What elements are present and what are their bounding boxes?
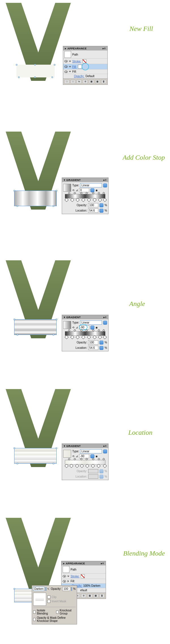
blend-mode-dropdown[interactable]: Darken xyxy=(33,587,44,591)
btn-4[interactable]: ⊘ xyxy=(81,594,86,598)
none-swatch[interactable] xyxy=(82,59,86,63)
step-label: Add Color Stop xyxy=(123,154,165,161)
appearance-panel[interactable]: ▸ APPEARANCE ▸≡ Path Stroke: Fill: xyxy=(63,46,108,85)
btn-5[interactable]: ▦ xyxy=(87,594,92,598)
fill-label-2: Fill: xyxy=(72,70,77,73)
define-checkbox[interactable] xyxy=(33,618,36,621)
location-input[interactable] xyxy=(88,208,98,213)
gradient-panel[interactable]: ▾ GRADIENT ▸≡ Type: Linear ⟲ ⊿ xyxy=(62,178,109,214)
invert-label: Invert Mask xyxy=(52,600,66,603)
blend-opacity-arrow[interactable] xyxy=(71,587,72,591)
knockout-checkbox[interactable] xyxy=(56,611,59,614)
gradient-panel[interactable]: ▾ GRADIENT ▸≡ Type: Linear ⟲ ⊿ xyxy=(62,315,109,351)
invert-checkbox[interactable] xyxy=(47,600,50,603)
collapse-icon[interactable]: ▾ xyxy=(64,316,65,319)
column-base xyxy=(14,448,57,464)
step-label: New Fill xyxy=(129,25,153,33)
btn-fx[interactable]: fx xyxy=(76,80,82,84)
column-base xyxy=(14,319,57,335)
type-arrow[interactable] xyxy=(103,183,107,187)
btn-1[interactable]: □ xyxy=(64,80,69,84)
angle-arrow[interactable] xyxy=(90,326,94,330)
type-arrow[interactable] xyxy=(103,321,107,325)
transparency-popup[interactable]: Darken ↖ Opacity: % Clip Invert Mask Iso… xyxy=(32,585,77,624)
type-arrow[interactable] xyxy=(103,449,107,453)
percent: % xyxy=(105,341,107,344)
btn-6[interactable]: ▦ xyxy=(94,594,99,598)
panel-header[interactable]: ▾ GRADIENT ▸≡ xyxy=(62,315,108,319)
gradient-preview[interactable] xyxy=(63,321,71,329)
gradient-slider[interactable] xyxy=(65,331,105,336)
clip-label: Clip xyxy=(52,596,56,599)
btn-5[interactable]: ▦ xyxy=(89,80,94,84)
appearance-stroke-row[interactable]: Stroke: xyxy=(61,574,106,579)
gradient-preview[interactable] xyxy=(63,450,71,458)
collapse-icon[interactable]: ▾ xyxy=(64,444,65,447)
location-arrow[interactable] xyxy=(99,346,103,350)
type-dropdown[interactable]: Linear xyxy=(80,449,102,453)
appearance-fill-row[interactable]: Fill: xyxy=(61,579,106,584)
opacity-value: 100% Darken xyxy=(83,584,101,587)
angle-input[interactable] xyxy=(79,188,89,192)
collapse-icon[interactable]: ▸ xyxy=(63,562,65,565)
appearance-fill-row-selected[interactable]: Fill: xyxy=(63,64,107,69)
btn-6[interactable]: ▦ xyxy=(95,80,100,84)
btn-2[interactable]: □ xyxy=(71,80,76,84)
menu-icon[interactable]: ▸≡ xyxy=(103,47,106,50)
step-1: New Fill ▸ APPEARANCE ▸≡ Path Stroke: xyxy=(0,0,170,129)
percent: % xyxy=(105,209,107,212)
location-arrow[interactable] xyxy=(99,209,103,213)
isolate-checkbox[interactable] xyxy=(33,611,36,614)
blend-opacity-input[interactable] xyxy=(62,587,70,591)
menu-icon[interactable]: ▸≡ xyxy=(103,444,107,447)
type-dropdown[interactable]: Linear xyxy=(80,183,102,187)
gradient-slider[interactable] xyxy=(65,194,105,199)
gradient-panel[interactable]: ▾ GRADIENT ▸≡ Type: Linear ⟲ ⊿ xyxy=(62,444,109,480)
angle-input[interactable] xyxy=(79,454,89,458)
panel-header[interactable]: ▸ APPEARANCE ▸≡ xyxy=(61,561,106,565)
thumbnail[interactable] xyxy=(33,593,46,606)
column-base xyxy=(14,191,57,206)
angle-arrow[interactable] xyxy=(90,188,94,192)
clip-checkbox[interactable] xyxy=(47,596,50,599)
percent: % xyxy=(105,475,107,478)
appearance-path-row[interactable]: Path xyxy=(63,50,107,59)
type-label: Type: xyxy=(72,184,79,187)
location-label: Location: xyxy=(76,475,87,478)
menu-icon[interactable]: ▸≡ xyxy=(103,316,107,319)
step-label: Angle xyxy=(129,300,145,308)
define-label: Opacity & Mask Define Knockout Shape xyxy=(37,616,76,622)
opacity-arrow[interactable] xyxy=(99,341,103,345)
collapse-icon[interactable]: ▸ xyxy=(65,47,66,50)
appearance-path-row[interactable]: Path xyxy=(61,565,106,574)
collapse-icon[interactable]: ▾ xyxy=(64,178,65,181)
none-swatch[interactable] xyxy=(81,574,85,578)
btn-trash[interactable]: 🗑 xyxy=(101,80,106,84)
panel-header[interactable]: ▾ GRADIENT ▸≡ xyxy=(62,444,108,448)
stroke-label[interactable]: Stroke: xyxy=(72,60,81,63)
step-2: Add Color Stop ▾ GRADIENT ▸≡ Type: Linea… xyxy=(0,129,170,257)
btn-trash[interactable]: 🗑 xyxy=(99,594,105,598)
opacity-input[interactable] xyxy=(88,203,98,207)
blend-arrow[interactable] xyxy=(46,587,46,591)
panel-header[interactable]: ▾ GRADIENT ▸≡ xyxy=(62,178,108,182)
btn-4[interactable]: ⊘ xyxy=(83,80,88,84)
row-label: Path xyxy=(72,53,78,56)
angle-arrow[interactable] xyxy=(90,454,94,458)
stroke-label[interactable]: Stroke: xyxy=(71,575,80,578)
location-label: Location: xyxy=(76,209,87,212)
panel-header[interactable]: ▸ APPEARANCE ▸≡ xyxy=(63,46,107,50)
opacity-label[interactable]: Opacity: xyxy=(74,75,84,78)
gradient-preview[interactable] xyxy=(63,184,71,192)
fill-label[interactable]: Fill: xyxy=(72,65,77,68)
menu-icon[interactable]: ▸≡ xyxy=(103,178,107,181)
gradient-slider[interactable] xyxy=(65,460,105,464)
menu-icon[interactable]: ▸≡ xyxy=(101,562,104,565)
knockout-label: Knockout Group xyxy=(60,609,76,615)
panel-title: GRADIENT xyxy=(66,179,81,181)
location-input[interactable] xyxy=(88,346,98,350)
fill-swatch[interactable] xyxy=(78,65,82,69)
appearance-opacity-row[interactable]: Opacity: Default xyxy=(63,74,107,79)
opacity-input[interactable] xyxy=(88,340,98,345)
opacity-arrow[interactable] xyxy=(99,203,103,207)
